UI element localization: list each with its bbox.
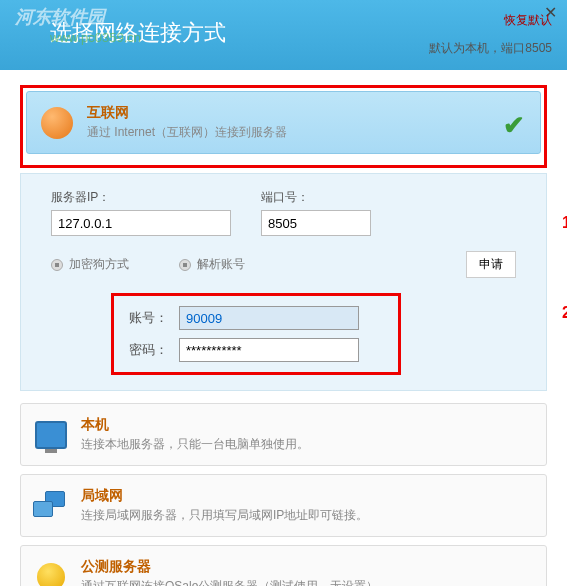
watermark-text: 河东软件园 — [15, 5, 105, 29]
option-internet-title: 互联网 — [87, 104, 528, 122]
radio-icon — [179, 259, 191, 271]
annotation-2: 2 — [562, 304, 567, 322]
port-input[interactable] — [261, 210, 371, 236]
option-local-desc: 连接本地服务器，只能一台电脑单独使用。 — [81, 436, 534, 453]
bulb-icon — [33, 559, 69, 587]
port-label: 端口号： — [261, 189, 371, 206]
default-info-text: 默认为本机，端口8505 — [429, 40, 552, 57]
option-lan-desc: 连接局域网服务器，只用填写局域网IP地址即可链接。 — [81, 507, 534, 524]
lan-icon — [33, 488, 69, 524]
checkmark-icon: ✔ — [503, 110, 525, 141]
server-ip-input[interactable] — [51, 210, 231, 236]
ip-label: 服务器IP： — [51, 189, 231, 206]
password-label: 密码： — [129, 341, 179, 359]
monitor-icon — [33, 417, 69, 453]
config-panel: 1 2 服务器IP： 端口号： 加密狗方式 解析账号 申请 — [20, 173, 547, 391]
option-beta-desc: 通过互联网连接OSale公测服务器（测试使用，无设置） — [81, 578, 534, 586]
restore-default-link[interactable]: 恢复默认 — [504, 12, 552, 29]
annotation-frame-2: 账号： 密码： — [111, 293, 401, 375]
annotation-1: 1 — [562, 214, 567, 232]
radio-dongle-label: 加密狗方式 — [69, 256, 129, 273]
option-beta-title: 公测服务器 — [81, 558, 534, 576]
option-local[interactable]: 本机 连接本地服务器，只能一台电脑单独使用。 — [20, 403, 547, 466]
apply-button[interactable]: 申请 — [466, 251, 516, 278]
globe-icon — [39, 105, 75, 141]
radio-parse-label: 解析账号 — [197, 256, 245, 273]
option-lan[interactable]: 局域网 连接局域网服务器，只用填写局域网IP地址即可链接。 — [20, 474, 547, 537]
option-lan-title: 局域网 — [81, 487, 534, 505]
option-internet[interactable]: 互联网 通过 Internet（互联网）连接到服务器 ✔ — [26, 91, 541, 154]
watermark-url: www.pc0359.cn — [50, 30, 141, 45]
account-label: 账号： — [129, 309, 179, 327]
option-local-title: 本机 — [81, 416, 534, 434]
annotation-frame-1: 互联网 通过 Internet（互联网）连接到服务器 ✔ — [20, 85, 547, 168]
radio-dongle[interactable]: 加密狗方式 — [51, 256, 129, 273]
option-beta[interactable]: 公测服务器 通过互联网连接OSale公测服务器（测试使用，无设置） — [20, 545, 547, 586]
account-input[interactable] — [179, 306, 359, 330]
radio-parse-account[interactable]: 解析账号 — [179, 256, 245, 273]
password-input[interactable] — [179, 338, 359, 362]
option-internet-desc: 通过 Internet（互联网）连接到服务器 — [87, 124, 528, 141]
radio-icon — [51, 259, 63, 271]
